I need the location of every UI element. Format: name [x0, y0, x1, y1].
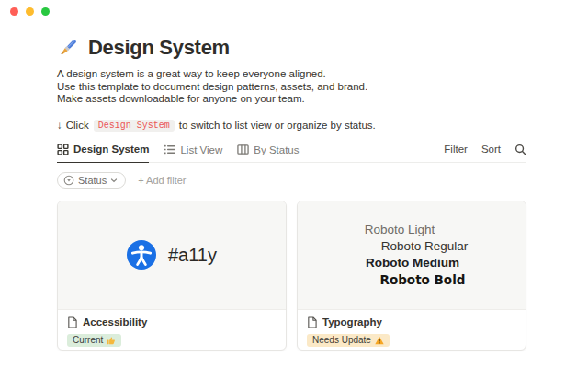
- page-title-row: Design System: [57, 37, 526, 59]
- instruction-prefix: Click: [66, 120, 89, 131]
- card-typography-footer: Typography Needs Update: [298, 310, 526, 348]
- page-content: Design System A design system is a great…: [57, 37, 526, 351]
- add-filter-button[interactable]: + Add filter: [138, 175, 186, 186]
- instruction-suffix: to switch to list view or organize by st…: [179, 120, 376, 131]
- gallery-cards: #a11y Accessibility Current: [57, 201, 526, 351]
- description-line: Make assets downloadable for anyone on y…: [57, 93, 526, 106]
- zoom-window-button[interactable]: [41, 7, 50, 16]
- tab-label: By Status: [254, 144, 299, 155]
- card-title: Typography: [322, 316, 382, 328]
- filter-bar: Status + Add filter: [57, 172, 526, 189]
- typo-sample-light: Roboto Light: [365, 222, 435, 238]
- description-line: Use this template to document design pat…: [57, 81, 526, 94]
- warning-icon: [375, 336, 384, 345]
- inline-code-design-system: Design System: [94, 120, 175, 132]
- description-line: A design system is a great way to keep e…: [57, 68, 526, 81]
- close-window-button[interactable]: [10, 7, 18, 16]
- tab-label: Design System: [74, 144, 149, 155]
- tab-label: List View: [180, 144, 222, 155]
- status-badge-needs-update[interactable]: Needs Update: [307, 334, 390, 348]
- status-chip-label: Status: [78, 175, 107, 186]
- card-typography-preview: Roboto Light Roboto Regular Roboto Mediu…: [298, 201, 526, 310]
- sort-button[interactable]: Sort: [481, 144, 501, 155]
- filter-button[interactable]: Filter: [444, 144, 468, 155]
- chevron-down-icon: [110, 177, 118, 184]
- view-actions: Filter Sort: [444, 144, 526, 162]
- status-badge-label: Needs Update: [312, 335, 371, 345]
- search-icon[interactable]: [514, 144, 526, 155]
- minimize-window-button[interactable]: [26, 7, 34, 16]
- card-typography[interactable]: Roboto Light Roboto Regular Roboto Mediu…: [297, 201, 526, 351]
- a11y-preview-text: #a11y: [168, 245, 217, 266]
- thumbs-up-icon: [107, 336, 116, 345]
- page-description: A design system is a great way to keep e…: [57, 68, 526, 106]
- down-arrow-glyph: ↓: [57, 120, 62, 131]
- gallery-icon: [57, 144, 69, 155]
- accessibility-icon: [127, 240, 156, 270]
- card-title: Accessibility: [83, 316, 147, 328]
- status-filter-icon: [63, 175, 74, 186]
- status-filter-chip[interactable]: Status: [57, 172, 126, 189]
- tab-by-status[interactable]: By Status: [237, 144, 299, 163]
- card-accessibility[interactable]: #a11y Accessibility Current: [57, 201, 287, 351]
- card-accessibility-preview: #a11y: [58, 201, 286, 310]
- page-icon: [67, 316, 77, 328]
- tab-design-system[interactable]: Design System: [57, 144, 149, 163]
- window-controls: [10, 7, 50, 16]
- typo-sample-bold: Roboto Bold: [380, 271, 466, 288]
- board-icon: [237, 144, 249, 155]
- card-accessibility-footer: Accessibility Current: [58, 310, 286, 348]
- page-icon: [307, 316, 317, 328]
- list-icon: [164, 144, 175, 155]
- paintbrush-emoji: [57, 37, 79, 59]
- typo-sample-medium: Roboto Medium: [366, 255, 459, 271]
- status-badge-current[interactable]: Current: [67, 334, 121, 348]
- status-badge-label: Current: [73, 335, 103, 345]
- database-view-bar: Design System: [57, 144, 526, 163]
- typo-sample-regular: Roboto Regular: [381, 238, 469, 255]
- page-title: Design System: [88, 36, 230, 60]
- tab-list-view[interactable]: List View: [164, 144, 222, 163]
- view-tabs: Design System: [57, 144, 299, 162]
- instruction-line: ↓ Click Design System to switch to list …: [57, 120, 526, 132]
